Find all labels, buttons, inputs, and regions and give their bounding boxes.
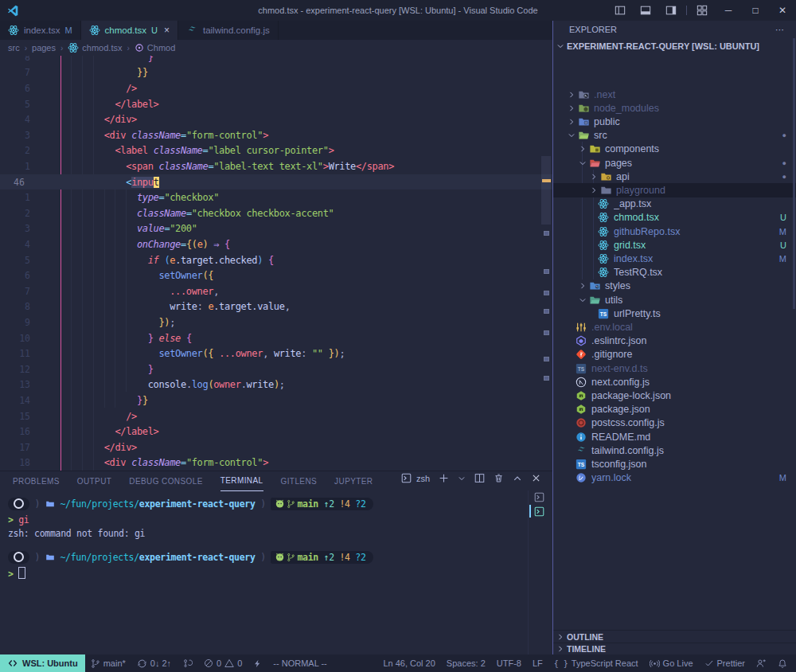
code-line[interactable]: 18 <div className="form-control">: [0, 455, 552, 471]
tree-item-api[interactable]: api●: [553, 170, 796, 183]
tree-item-.eslintrc.json[interactable]: .eslintrc.json: [553, 334, 796, 348]
tab-chmod.tsx[interactable]: chmod.tsxU×: [81, 21, 178, 41]
scrollbar-thumb[interactable]: [541, 156, 551, 225]
code-line[interactable]: 10 } else {: [0, 330, 552, 346]
code-line[interactable]: 5 </label>: [0, 96, 552, 112]
close-tab-icon[interactable]: ×: [164, 25, 170, 36]
tree-item-public[interactable]: public: [553, 115, 796, 128]
status-feedback[interactable]: [751, 654, 772, 672]
code-editor[interactable]: 8 }7 }}6 />5 </label>4 </div>3 <div clas…: [0, 56, 552, 471]
close-panel-icon[interactable]: [531, 473, 541, 483]
tree-item-utils[interactable]: utils: [553, 293, 796, 307]
code-line[interactable]: 46 <input: [0, 174, 552, 190]
status-sync[interactable]: 0↓ 2↑: [131, 654, 177, 672]
status-notifications[interactable]: [772, 654, 793, 672]
breadcrumb-item-src[interactable]: src: [8, 43, 20, 53]
explorer-more-actions[interactable]: ⋯: [775, 25, 785, 35]
code-line[interactable]: 8 write: e.target.value,: [0, 299, 552, 315]
code-line[interactable]: 2 className="checkbox checkbox-accent": [0, 205, 552, 221]
timeline-section[interactable]: TIMELINE: [553, 643, 796, 654]
code-line[interactable]: 15 />: [0, 408, 552, 424]
panel-tab-problems[interactable]: PROBLEMS: [13, 471, 60, 490]
panel-tab-output[interactable]: OUTPUT: [77, 471, 112, 490]
status-cursor-position[interactable]: Ln 46, Col 20: [377, 654, 440, 672]
code-line[interactable]: 11 setOwner({ ...owner, write: "" });: [0, 346, 552, 361]
tree-item-TestRQ.tsx[interactable]: TestRQ.tsx: [553, 266, 796, 279]
tree-item-.next[interactable]: .next: [553, 88, 796, 101]
status-indentation[interactable]: Spaces: 2: [441, 654, 491, 672]
breadcrumb[interactable]: src›pages›chmod.tsx›Chmod: [0, 40, 560, 56]
tree-item-src[interactable]: src●: [553, 129, 796, 143]
new-terminal-icon[interactable]: [439, 473, 449, 483]
toggle-secondary-sidebar-icon[interactable]: [658, 0, 684, 21]
code-line[interactable]: 1 type="checkbox": [0, 189, 552, 205]
outline-section[interactable]: OUTLINE: [553, 630, 796, 643]
toggle-primary-sidebar-icon[interactable]: [607, 0, 633, 21]
breadcrumb-item-pages[interactable]: pages: [32, 43, 56, 53]
panel-tab-debug-console[interactable]: DEBUG CONSOLE: [129, 471, 202, 490]
tree-item-README.md[interactable]: README.md: [553, 430, 796, 443]
tree-item-tsconfig.json[interactable]: TStsconfig.json: [553, 457, 796, 471]
terminal-instance-1[interactable]: [534, 490, 548, 503]
breadcrumb-item-chmod.tsx[interactable]: chmod.tsx: [68, 42, 122, 53]
tree-item-.gitignore[interactable]: .gitignore: [553, 348, 796, 361]
terminal-cursor-line[interactable]: >: [8, 567, 373, 581]
tree-item-githubRepo.tsx[interactable]: githubRepo.tsxM: [553, 225, 796, 238]
tree-item-components[interactable]: components: [553, 143, 796, 156]
status-go-live[interactable]: Go Live: [644, 654, 699, 672]
terminal-dropdown-icon[interactable]: [458, 475, 466, 483]
tree-item-_app.tsx[interactable]: _app.tsx: [553, 197, 796, 211]
close-window-button[interactable]: ✕: [769, 0, 796, 21]
tab-index.tsx[interactable]: index.tsxM: [0, 21, 81, 40]
tab-tailwind.config.js[interactable]: tailwind.config.js: [178, 21, 279, 40]
tree-item-next.config.js[interactable]: next.config.js: [553, 375, 796, 389]
customize-layout-icon[interactable]: [689, 0, 715, 21]
tree-item-chmod.tsx[interactable]: chmod.tsxU: [553, 211, 796, 225]
code-line[interactable]: 4 </div>: [0, 111, 552, 127]
panel-tab-gitlens[interactable]: GITLENS: [281, 471, 318, 490]
tree-item-grid.tsx[interactable]: grid.tsxU: [553, 238, 796, 252]
tree-item-styles[interactable]: styles: [553, 279, 796, 293]
status-problems[interactable]: 00: [198, 654, 248, 672]
code-line[interactable]: 16 </label>: [0, 424, 552, 440]
tree-item-playground[interactable]: playground: [553, 183, 796, 197]
tree-item-package.json[interactable]: package.json: [553, 403, 796, 416]
tree-item-node_modules[interactable]: node_modules: [553, 101, 796, 115]
split-terminal-icon[interactable]: [474, 473, 485, 483]
panel-tab-jupyter[interactable]: JUPYTER: [334, 471, 373, 490]
sidebar-scrollbar[interactable]: [793, 38, 795, 309]
toggle-panel-icon[interactable]: [633, 0, 658, 21]
code-line[interactable]: 14 }}: [0, 393, 552, 408]
status-remote[interactable]: WSL: Ubuntu: [0, 654, 85, 672]
workspace-root-item[interactable]: EXPERIMENT-REACT-QUERY [WSL: UBUNTU]: [553, 38, 796, 54]
code-line[interactable]: 9 });: [0, 315, 552, 330]
status-branch[interactable]: main*: [85, 654, 131, 672]
tree-item-tailwind.config.js[interactable]: tailwind.config.js: [553, 443, 796, 457]
code-line[interactable]: 4 onChange={(e) ⇒ {: [0, 236, 552, 252]
tree-item-next-env.d.ts[interactable]: TSnext-env.d.ts: [553, 361, 796, 375]
terminal-instance-2[interactable]: [534, 505, 548, 518]
terminal-output[interactable]: ) ~/fun/projects/experiment-react-query …: [8, 495, 373, 581]
code-line[interactable]: 3 value="200": [0, 221, 552, 237]
panel-tab-terminal[interactable]: TERMINAL: [220, 471, 263, 491]
code-line[interactable]: 12 }: [0, 361, 552, 377]
code-line[interactable]: 1 <span className="label-text text-xl">W…: [0, 158, 552, 174]
code-line[interactable]: 17 </div>: [0, 440, 552, 455]
code-line[interactable]: 13 console.log(owner.write);: [0, 377, 552, 393]
status-encoding[interactable]: UTF-8: [491, 654, 527, 672]
status-power[interactable]: [248, 654, 267, 672]
status-prettier[interactable]: Prettier: [699, 654, 751, 672]
tree-item-urlPretty.ts[interactable]: TSurlPretty.ts: [553, 307, 796, 320]
tree-item-index.tsx[interactable]: index.tsxM: [553, 252, 796, 265]
tree-item-postcss.config.js[interactable]: postcss.config.js: [553, 416, 796, 430]
code-line[interactable]: 8 }: [0, 56, 552, 65]
kill-terminal-icon[interactable]: [494, 473, 504, 483]
code-line[interactable]: 7 }}: [0, 65, 552, 81]
tree-item-pages[interactable]: pages●: [553, 156, 796, 170]
code-line[interactable]: 3 <div className="form-control">: [0, 127, 552, 143]
overview-ruler[interactable]: [541, 56, 552, 471]
maximize-panel-icon[interactable]: [513, 474, 522, 483]
tree-item-yarn.lock[interactable]: yarn.lockM: [553, 471, 796, 485]
status-vim-mode[interactable]: -- NORMAL --: [267, 654, 332, 672]
status-language-mode[interactable]: { }TypeScript React: [548, 654, 644, 672]
